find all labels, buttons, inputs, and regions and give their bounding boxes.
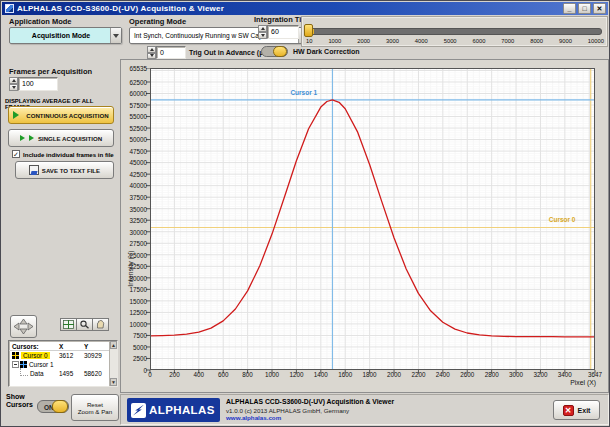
title-bar[interactable]: ALPHALAS CCD-S3600-D(-UV) Acquisition & … bbox=[2, 2, 608, 15]
integration-time-input[interactable]: 60 bbox=[267, 25, 299, 39]
x-tick-label: 2000 bbox=[381, 371, 407, 378]
close-button[interactable]: ✕ bbox=[593, 3, 606, 14]
scroll-up-icon[interactable]: ▲ bbox=[110, 341, 117, 349]
single-acquisition-button[interactable]: SINGLE ACQUISITION bbox=[8, 129, 114, 147]
slider-tick: 2000 bbox=[357, 38, 370, 44]
y-tick-label: 22500 bbox=[121, 263, 147, 270]
y-tick-label: 17500 bbox=[121, 286, 147, 293]
y-tick-label: 45000 bbox=[121, 159, 147, 166]
toggle-knob bbox=[52, 400, 69, 413]
x-tick-label: 0 bbox=[137, 371, 163, 378]
cursors-legend: Cursors: X Y Cursor 0 3612 30929 Cursor … bbox=[8, 340, 118, 387]
minimize-button[interactable]: _ bbox=[563, 3, 576, 14]
footer-version: v1.0.0 (c) 2013 ALPHALAS GmbH, Germany bbox=[226, 407, 349, 414]
y-tick-label: 52500 bbox=[121, 125, 147, 132]
y-tick-label: 35000 bbox=[121, 206, 147, 213]
save-to-text-file-button[interactable]: SAVE TO TEXT FILE bbox=[15, 161, 114, 179]
arrow-down-icon bbox=[12, 86, 16, 91]
y-tick-label: 62500 bbox=[121, 79, 147, 86]
application-mode-dropdown[interactable]: Acquisition Mode bbox=[9, 27, 122, 44]
include-frames-label: Include individual frames in file bbox=[23, 151, 114, 158]
pan-tool-button[interactable] bbox=[92, 318, 109, 331]
cursor0-crosshair-icon bbox=[12, 352, 19, 359]
x-tick-label: 3000 bbox=[503, 371, 529, 378]
cursor-tool-button[interactable] bbox=[60, 318, 77, 331]
y-tick-label: 40000 bbox=[121, 182, 147, 189]
x-tick-label: 1200 bbox=[283, 371, 309, 378]
hw-dark-correction-label: HW Dark Correction bbox=[293, 48, 360, 55]
slider-track[interactable] bbox=[308, 28, 602, 35]
x-tick-label: 2200 bbox=[405, 371, 431, 378]
chevron-down-icon bbox=[113, 34, 119, 41]
footer-website-link[interactable]: www.alphalas.com bbox=[226, 414, 281, 421]
y-tick-label: 37500 bbox=[121, 194, 147, 201]
pan-diamond-button[interactable] bbox=[10, 315, 37, 338]
cursor-data-row[interactable]: Data 1495 58620 bbox=[9, 369, 117, 378]
exit-button[interactable]: ✕ Exit bbox=[553, 400, 600, 420]
continuous-acquisition-label: CONTINUOUS ACQUISITION bbox=[26, 112, 108, 119]
slider-tick: 5000 bbox=[444, 38, 457, 44]
application-mode-value: Acquisition Mode bbox=[10, 28, 110, 43]
cursor-name-label[interactable]: Cursor 0 bbox=[549, 216, 576, 223]
scroll-down-icon[interactable]: ▼ bbox=[110, 378, 117, 386]
frames-input[interactable]: 100 bbox=[18, 77, 58, 91]
cursor0-x-value: 3612 bbox=[59, 352, 84, 359]
green-arrow-icon bbox=[13, 111, 23, 119]
x-tick-label: 400 bbox=[186, 371, 212, 378]
slider-handle[interactable] bbox=[304, 24, 313, 37]
slider-tick: 6000 bbox=[473, 38, 486, 44]
hw-dark-correction-toggle[interactable] bbox=[261, 46, 288, 57]
footer-bar: ALPHALAS ALPHALAS CCD-S3600-D(-UV) Acqui… bbox=[120, 394, 609, 425]
cursor0-y-value: 30929 bbox=[84, 352, 109, 359]
x-tick-label: 600 bbox=[210, 371, 236, 378]
cursor1-crosshair-icon bbox=[20, 361, 27, 368]
crosshair-icon bbox=[63, 320, 74, 329]
y-tick-label: 25000 bbox=[121, 252, 147, 259]
arrow-up-icon bbox=[261, 25, 265, 30]
integration-increment-button[interactable] bbox=[258, 25, 267, 32]
integration-decrement-button[interactable] bbox=[258, 32, 267, 39]
y-tick-label: 12500 bbox=[121, 309, 147, 316]
cursors-scrollbar[interactable]: ▲ ▼ bbox=[109, 341, 117, 386]
frames-per-acquisition-label: Frames per Acquisition bbox=[9, 67, 92, 76]
y-tick-label: 15000 bbox=[121, 298, 147, 305]
maximize-button[interactable]: □ bbox=[578, 3, 591, 14]
x-tick-label: 2400 bbox=[430, 371, 456, 378]
application-mode-dropdown-button[interactable] bbox=[110, 28, 121, 43]
integration-time-numeric: 60 bbox=[258, 25, 299, 39]
reset-zoom-pan-button[interactable]: Reset Zoom & Pan bbox=[71, 394, 119, 421]
green-arrow-icon bbox=[29, 135, 37, 141]
x-tick-label: 3647 bbox=[582, 371, 608, 378]
tree-branch-line bbox=[20, 368, 28, 376]
slider-scale: 10 1000 2000 3000 4000 5000 6000 7000 80… bbox=[306, 38, 604, 44]
single-acquisition-label: SINGLE ACQUISITION bbox=[38, 135, 102, 142]
cursor-row-1[interactable]: Cursor 1 bbox=[9, 360, 117, 369]
app-window: ALPHALAS CCD-S3600-D(-UV) Acquisition & … bbox=[0, 0, 610, 427]
include-frames-checkbox[interactable]: ✓ bbox=[12, 150, 20, 158]
intensity-plot[interactable] bbox=[145, 68, 597, 375]
zoom-tool-button[interactable] bbox=[76, 318, 93, 331]
slider-tick: 3000 bbox=[386, 38, 399, 44]
tree-collapse-icon[interactable] bbox=[12, 361, 19, 368]
show-cursors-label: Show Cursors bbox=[6, 393, 33, 408]
hand-icon bbox=[95, 320, 106, 329]
save-to-text-file-label: SAVE TO TEXT FILE bbox=[42, 167, 100, 174]
trig-out-input[interactable]: 0 bbox=[156, 46, 186, 59]
show-cursors-toggle[interactable]: ON bbox=[37, 400, 69, 413]
cursor1-data-x: 1495 bbox=[59, 370, 84, 377]
trig-out-label: Trig Out in Advance (µs) bbox=[189, 49, 269, 56]
frames-increment-button[interactable] bbox=[9, 77, 18, 84]
x-tick-label: 200 bbox=[161, 371, 187, 378]
magnifier-icon bbox=[79, 320, 90, 329]
y-tick-label: 5000 bbox=[121, 344, 147, 351]
slider-tick: 7000 bbox=[501, 38, 514, 44]
cursor-row-0[interactable]: Cursor 0 3612 30929 bbox=[9, 351, 117, 360]
continuous-acquisition-button[interactable]: CONTINUOUS ACQUISITION bbox=[8, 106, 114, 124]
cursor-name-label[interactable]: Cursor 1 bbox=[290, 89, 317, 96]
green-arrow-icon bbox=[20, 135, 28, 141]
frames-decrement-button[interactable] bbox=[9, 84, 18, 91]
y-tick-label: 7500 bbox=[121, 332, 147, 339]
cursors-y-header: Y bbox=[84, 343, 109, 350]
toggle-knob bbox=[273, 46, 287, 57]
cursor1-name: Cursor 1 bbox=[29, 361, 54, 368]
